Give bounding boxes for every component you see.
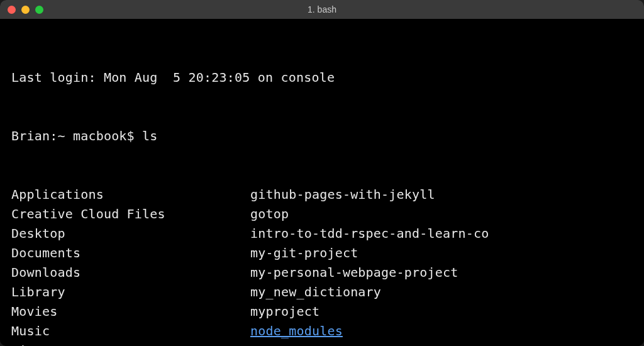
list-item: Downloads bbox=[11, 263, 250, 282]
list-item: Music bbox=[11, 321, 250, 341]
list-item: Desktop bbox=[11, 224, 250, 243]
command-text: ls bbox=[142, 128, 157, 143]
list-item: Creative Cloud Files bbox=[11, 204, 250, 224]
terminal-body[interactable]: Last login: Mon Aug 5 20:23:05 on consol… bbox=[0, 19, 644, 346]
list-item: github-pages-with-jekyll bbox=[250, 185, 489, 204]
prompt-prefix: Brian:~ macbook$ bbox=[11, 128, 142, 143]
list-item: Pictures bbox=[11, 341, 250, 346]
window-titlebar: 1. bash bbox=[0, 0, 644, 19]
list-item: my_new_dictionary bbox=[250, 282, 489, 302]
ls-column-1: ApplicationsCreative Cloud FilesDesktopD… bbox=[11, 185, 250, 346]
list-item: my-personal-webpage-project bbox=[250, 263, 489, 282]
list-item: intro-to-tdd-rspec-and-learn-co bbox=[250, 224, 489, 243]
command-line: Brian:~ macbook$ ls bbox=[11, 126, 633, 146]
ls-output: ApplicationsCreative Cloud FilesDesktopD… bbox=[11, 185, 633, 346]
list-item: my-git-project bbox=[250, 243, 489, 263]
list-item: node_modules bbox=[250, 321, 489, 341]
list-item: Applications bbox=[11, 185, 250, 204]
ls-column-2: github-pages-with-jekyllgotopintro-to-td… bbox=[250, 185, 489, 346]
window-title: 1. bash bbox=[308, 4, 336, 14]
last-login-line: Last login: Mon Aug 5 20:23:05 on consol… bbox=[11, 68, 633, 87]
maximize-icon[interactable] bbox=[35, 6, 43, 14]
list-item: Documents bbox=[11, 243, 250, 263]
minimize-icon[interactable] bbox=[21, 6, 30, 14]
list-item: Library bbox=[11, 282, 250, 302]
list-item: reactApp bbox=[250, 341, 489, 346]
terminal-window: 1. bash Last login: Mon Aug 5 20:23:05 o… bbox=[0, 0, 644, 346]
traffic-lights bbox=[8, 6, 43, 14]
close-icon[interactable] bbox=[8, 6, 16, 14]
list-item: myproject bbox=[250, 302, 489, 321]
list-item: gotop bbox=[250, 204, 489, 224]
list-item: Movies bbox=[11, 302, 250, 321]
